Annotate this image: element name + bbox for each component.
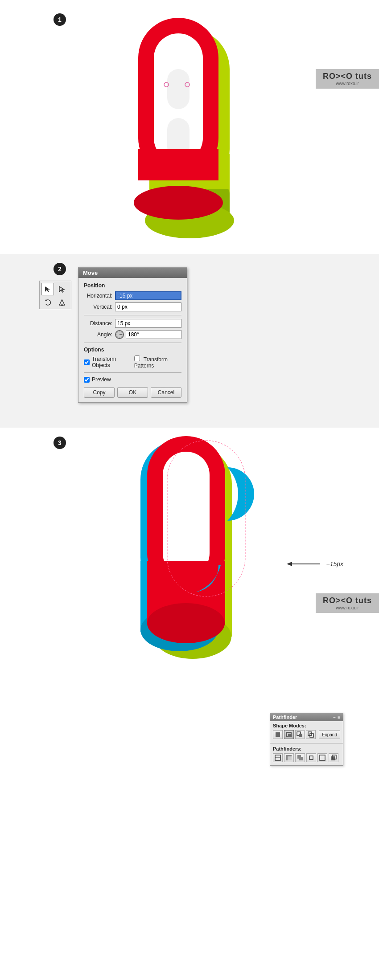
cancel-button[interactable]: Cancel <box>151 387 181 398</box>
vertical-row: Vertical: <box>84 302 181 311</box>
section3: 3 <box>0 428 379 704</box>
pathfinders-section: Pathfinders: <box>270 744 343 765</box>
transform-objects-row: Transform Objects Transform Patterns <box>84 355 181 369</box>
svg-point-15 <box>134 186 223 220</box>
pathfinder-minimize[interactable]: − <box>333 715 336 720</box>
pathfinder-title: Pathfinder <box>273 715 297 720</box>
svg-rect-13 <box>138 149 218 180</box>
direct-selection-tool-icon[interactable] <box>56 283 68 295</box>
step-badge-1: 1 <box>54 13 66 26</box>
horizontal-row: Horizontal: <box>84 291 181 300</box>
svg-rect-4 <box>167 69 190 109</box>
vertical-label: Vertical: <box>84 304 115 310</box>
chain-svg-1 <box>127 16 252 243</box>
annotation: −15px <box>287 560 343 568</box>
section4: Pathfinder − ≡ Shape Modes: <box>0 704 379 802</box>
svg-rect-24 <box>163 452 210 576</box>
horizontal-input[interactable] <box>115 291 181 300</box>
svg-rect-44 <box>288 756 292 760</box>
vertical-input[interactable] <box>115 302 181 311</box>
dialog-body: Position Horizontal: Vertical: Distance:… <box>78 278 187 402</box>
svg-rect-49 <box>331 756 335 760</box>
transform-patterns-wrapper: Transform Patterns <box>134 355 181 369</box>
chain-visual-1 <box>0 0 379 254</box>
section2: 2 Move Position Horizontal: <box>0 254 379 428</box>
svg-rect-34 <box>276 732 280 737</box>
svg-marker-33 <box>287 562 292 566</box>
preview-checkbox[interactable] <box>84 377 90 383</box>
intersect-shape-btn[interactable] <box>295 730 305 739</box>
svg-point-16 <box>61 304 63 306</box>
add-shape-btn[interactable] <box>273 730 283 739</box>
tools-panel <box>39 281 71 309</box>
trim-btn[interactable] <box>284 753 294 762</box>
transform-patterns-checkbox[interactable] <box>134 355 140 361</box>
distance-label: Distance: <box>84 320 115 327</box>
pathfinders-icons <box>273 753 340 762</box>
crop-btn[interactable] <box>306 753 316 762</box>
distance-row: Distance: <box>84 319 181 328</box>
section1: 1 <box>0 0 379 254</box>
chain-visual-2 <box>0 428 379 676</box>
selection-tool-icon[interactable] <box>41 283 54 295</box>
dialog-buttons: Copy OK Cancel <box>84 387 181 398</box>
annotation-arrow-svg <box>287 561 322 567</box>
pathfinder-panel: Pathfinder − ≡ Shape Modes: <box>270 713 343 766</box>
svg-point-30 <box>147 603 225 643</box>
watermark-3: RO><O tuts www.roxo.ir <box>316 593 379 613</box>
annotation-text: −15px <box>326 560 343 568</box>
outline-btn[interactable] <box>317 753 327 762</box>
position-section-title: Position <box>84 282 181 289</box>
angle-row: Angle: <box>84 330 181 339</box>
shape-modes-icons: Expand <box>273 730 340 739</box>
angle-wheel <box>115 330 124 339</box>
pathfinder-controls: − ≡ <box>333 715 340 720</box>
horizontal-label: Horizontal: <box>84 293 115 299</box>
step-badge-3: 3 <box>54 437 66 449</box>
watermark-1: RO><O tuts www.roxo.ir <box>316 69 379 89</box>
divide-btn[interactable] <box>273 753 283 762</box>
angle-input[interactable] <box>126 330 181 339</box>
distance-input[interactable] <box>115 319 181 328</box>
transform-objects-label: Transform Objects <box>92 356 130 368</box>
copy-button[interactable]: Copy <box>84 387 115 398</box>
preview-row: Preview <box>84 376 181 383</box>
options-section-title: Options <box>84 347 181 353</box>
shape-modes-title: Shape Modes: <box>273 723 340 728</box>
subtract-shape-btn[interactable] <box>284 730 294 739</box>
dialog-title: Move <box>78 268 187 278</box>
chain-svg-2 <box>118 427 261 677</box>
step-badge-2: 2 <box>54 263 66 275</box>
merge-btn[interactable] <box>295 753 305 762</box>
scale-tool-icon[interactable] <box>56 296 68 309</box>
expand-button[interactable]: Expand <box>319 730 340 739</box>
svg-rect-38 <box>299 734 302 737</box>
pathfinders-title: Pathfinders: <box>273 746 340 751</box>
pathfinder-container: Pathfinder − ≡ Shape Modes: <box>270 713 343 766</box>
angle-label: Angle: <box>84 331 115 338</box>
svg-rect-48 <box>320 755 325 760</box>
ok-button[interactable]: OK <box>117 387 148 398</box>
svg-rect-36 <box>288 734 291 737</box>
transform-objects-checkbox[interactable] <box>84 359 90 365</box>
minus-back-btn[interactable] <box>329 753 338 762</box>
svg-rect-47 <box>309 756 313 760</box>
shape-modes-section: Shape Modes: Expand <box>270 721 343 742</box>
svg-rect-46 <box>299 757 303 760</box>
rotate-tool-icon[interactable] <box>41 296 54 309</box>
preview-label: Preview <box>92 376 111 383</box>
pathfinder-menu[interactable]: ≡ <box>338 715 340 720</box>
pathfinder-titlebar: Pathfinder − ≡ <box>270 713 343 721</box>
move-dialog: Move Position Horizontal: Vertical: Dist… <box>78 267 187 403</box>
exclude-shape-btn[interactable] <box>306 730 316 739</box>
